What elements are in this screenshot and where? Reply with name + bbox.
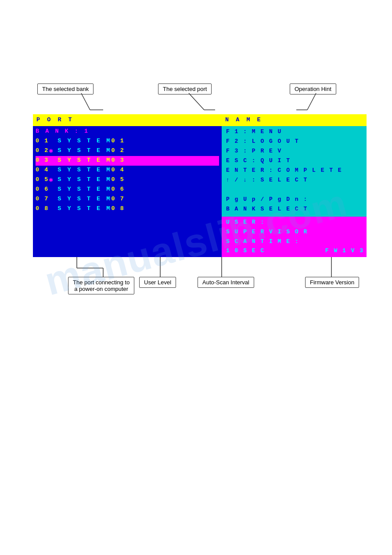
port-number-3: 0 3 [36, 156, 49, 165]
port-row-2: 0 2✱S Y S T E M0 2 [36, 146, 219, 156]
callout-bottom-area: The port connecting toa power-on compute… [33, 257, 367, 297]
port-num2-5: 0 5 [111, 175, 124, 185]
hint-row-5: E N T E R : C O M P L E T E [226, 166, 364, 175]
port-row-3: 0 3S Y S T E M0 3 [36, 156, 219, 166]
bottom-left [33, 217, 222, 257]
hint-rows: F 1 : M E N UF 2 : L O G O U TF 3 : P R … [226, 127, 364, 214]
port-number-8: 0 8 [36, 204, 49, 214]
port-name-3: S Y S T E M [58, 156, 111, 165]
selected-port-label: The selected port [158, 83, 212, 94]
scan-label-row: S C A N T I M E : [226, 237, 364, 247]
scan-value: 1 0 S E C [226, 247, 265, 255]
terminal-left: B A N K : 1 0 1S Y S T E M0 10 2✱S Y S T… [33, 126, 222, 217]
hint-row-4: E S C : Q U I T [226, 156, 364, 166]
callout-top-area: The selected bank The selected port Oper… [33, 79, 367, 114]
svg-line-0 [81, 93, 90, 110]
name-header: N A M E [225, 116, 263, 125]
port-row-5: 0 5✱S Y S T E M0 5 [36, 175, 219, 185]
port-number-4: 0 4 [36, 166, 49, 175]
bottom-right: U S E R : S U P E R V I S O R S C A N T … [222, 217, 367, 257]
hint-row-6: ↑ / ↓ : S E L E C T [226, 175, 364, 185]
svg-line-2 [189, 93, 204, 110]
operation-hint-label: Operation Hint [290, 83, 336, 94]
port-name-6: S Y S T E M [58, 185, 111, 194]
terminal-bottom: U S E R : S U P E R V I S O R S C A N T … [33, 217, 367, 257]
page-container: manualslib.com The selected bank The sel… [0, 0, 392, 555]
port-row-1: 0 1S Y S T E M0 1 [36, 137, 219, 146]
port-num2-4: 0 4 [111, 166, 124, 175]
port-number-5: 0 5 [36, 175, 49, 185]
scan-fw-row: 1 0 S E C F W 1 V 3 [226, 247, 364, 255]
hint-row-9: B A N K S E L E C T [226, 204, 364, 214]
port-num2-1: 0 1 [111, 137, 124, 146]
hint-row-2: F 2 : L O G O U T [226, 137, 364, 146]
supervisor-row: S U P E R V I S O R [226, 227, 364, 237]
firmware-version-label: Firmware Version [305, 277, 359, 288]
port-row-8: 0 8S Y S T E M0 8 [36, 204, 219, 214]
port-name-4: S Y S T E M [58, 166, 111, 175]
port-row-4: 0 4S Y S T E M0 4 [36, 166, 219, 175]
port-num2-6: 0 6 [111, 185, 124, 194]
user-level-label: User Level [139, 277, 176, 288]
port-star-2: ✱ [49, 146, 58, 157]
terminal-body: B A N K : 1 0 1S Y S T E M0 10 2✱S Y S T… [33, 126, 367, 217]
hint-row-7 [226, 185, 364, 195]
port-name-8: S Y S T E M [58, 204, 111, 214]
port-number-2: 0 2 [36, 146, 49, 156]
port-row-6: 0 6S Y S T E M0 6 [36, 185, 219, 195]
port-name-5: S Y S T E M [58, 175, 111, 185]
port-row-7: 0 7S Y S T E M0 7 [36, 195, 219, 204]
port-number-6: 0 6 [36, 185, 49, 194]
port-num2-7: 0 7 [111, 195, 124, 204]
fw-version: F W 1 V 3 [325, 247, 364, 255]
port-num2-2: 0 2 [111, 146, 124, 156]
terminal-header: P O R T N A M E [33, 114, 367, 126]
hint-row-3: F 3 : P R E V [226, 146, 364, 156]
svg-line-4 [307, 93, 316, 110]
bank-row: B A N K : 1 [36, 127, 219, 137]
port-connecting-label: The port connecting toa power-on compute… [68, 277, 134, 294]
hint-row-1: F 1 : M E N U [226, 127, 364, 137]
auto-scan-label: Auto-Scan Interval [198, 277, 254, 288]
port-rows: 0 1S Y S T E M0 10 2✱S Y S T E M0 20 3S … [36, 137, 219, 214]
port-star-5: ✱ [49, 175, 58, 186]
terminal: P O R T N A M E B A N K : 1 0 1S Y S T E… [33, 114, 367, 257]
port-num2-8: 0 8 [111, 204, 124, 214]
selected-bank-label: The selected bank [37, 83, 94, 94]
port-header: P O R T [36, 116, 225, 125]
port-num2-3: 0 3 [111, 156, 124, 165]
port-number-7: 0 7 [36, 195, 49, 204]
port-name-1: S Y S T E M [58, 137, 111, 146]
terminal-right: F 1 : M E N UF 2 : L O G O U TF 3 : P R … [222, 126, 367, 217]
hint-row-8: P g U p / P g D n : [226, 195, 364, 204]
port-name-7: S Y S T E M [58, 195, 111, 204]
port-number-1: 0 1 [36, 137, 49, 146]
port-name-2: S Y S T E M [58, 146, 111, 156]
user-row: U S E R : [226, 218, 364, 227]
main-content: The selected bank The selected port Oper… [33, 79, 367, 297]
